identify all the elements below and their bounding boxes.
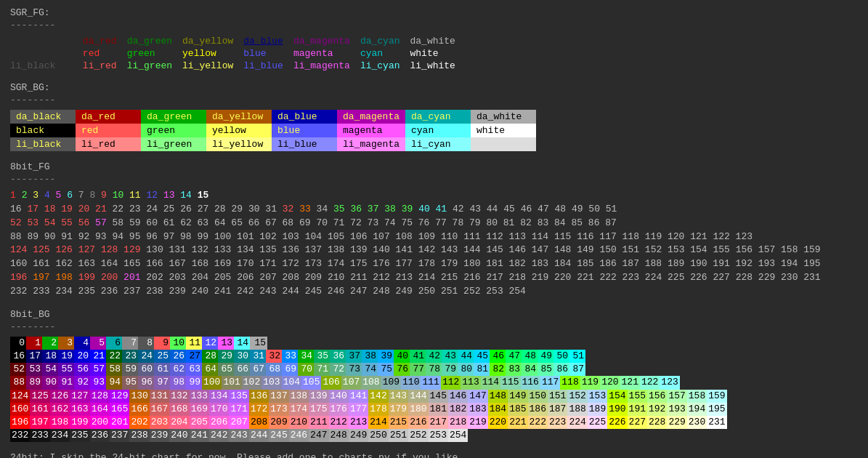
bg-cell-123: 123 <box>660 376 679 389</box>
bg-cell-104: 104 <box>282 376 301 389</box>
bg-cell-195: 195 <box>707 403 726 416</box>
bg-cell-14: 14 <box>234 337 250 350</box>
bg-cell-203: 203 <box>150 416 169 429</box>
bg-cell-236: 236 <box>90 429 110 442</box>
da-magenta-label: da_magenta <box>293 35 360 47</box>
bg-cell-218: 218 <box>448 416 468 429</box>
bg-red-r2: red <box>76 124 141 137</box>
bg-cell-164: 164 <box>90 403 110 416</box>
bg-cell-114: 114 <box>481 376 500 389</box>
eightbit-fg-title: 8bit_FG <box>10 161 858 172</box>
bg-cell-214: 214 <box>368 416 388 429</box>
da-red-label: da_red <box>83 35 127 47</box>
fg-num-51: 51 <box>606 204 617 214</box>
bg-cell-107: 107 <box>341 376 361 389</box>
fg-num-56: 56 <box>78 217 90 228</box>
fg-num-29: 29 <box>231 204 243 214</box>
bg-green-r2: green <box>141 124 206 137</box>
bg-row-0-15: 0 1 2 3 4 5 6 7 8 9 10 11 12 13 14 15 <box>10 337 858 350</box>
bg-black-r2: black <box>10 124 76 137</box>
fg-num-196: 196 <box>10 272 27 283</box>
bg-cell-157: 157 <box>667 390 686 403</box>
fg-num-55: 55 <box>61 217 73 228</box>
bg-cell-5: 5 <box>90 337 106 350</box>
fg-num-12: 12 <box>146 190 158 201</box>
bg-da-magenta-r1: da_magenta <box>337 110 405 124</box>
bg-cell-35: 35 <box>314 350 330 363</box>
bg-cell-168: 168 <box>169 403 189 416</box>
bg-cell-128: 128 <box>90 390 110 403</box>
bg-row-232-255: 232 233 234 235 236 237 238 239 240 241 … <box>10 429 858 442</box>
bg-cell-207: 207 <box>229 416 248 429</box>
fg-num-18: 18 <box>44 204 56 214</box>
bg-cell-147: 147 <box>468 390 487 403</box>
bg-cell-244: 244 <box>249 429 269 442</box>
bg-cell-143: 143 <box>389 390 408 403</box>
fg-num-23: 23 <box>129 204 141 214</box>
bg-cell-119: 119 <box>580 376 600 389</box>
bg-cell-50: 50 <box>553 350 569 363</box>
bg-cell-213: 213 <box>349 416 368 429</box>
bg-li-magenta-r3: li_magenta <box>337 137 405 151</box>
bg-cell-220: 220 <box>488 416 508 429</box>
bg-cell-242: 242 <box>209 429 229 442</box>
fg-num-21: 21 <box>95 204 107 214</box>
bg-cell-197: 197 <box>30 416 49 429</box>
bg-cell-221: 221 <box>508 416 527 429</box>
bg-cell-229: 229 <box>667 416 686 429</box>
bg-cell-180: 180 <box>408 403 428 416</box>
bg-cell-137: 137 <box>269 390 288 403</box>
bg-cell-251: 251 <box>389 429 408 442</box>
fg-num-38: 38 <box>384 204 396 214</box>
fg-num-34: 34 <box>317 204 328 214</box>
li-green-label: li_green <box>127 60 182 72</box>
bg-magenta-r2: magenta <box>337 124 405 137</box>
bg-cyan-r2: cyan <box>405 124 471 137</box>
fg-num-32: 32 <box>283 204 294 214</box>
bg-cell-181: 181 <box>429 403 448 416</box>
bg-cell-224: 224 <box>567 416 587 429</box>
fg-num-36: 36 <box>350 204 362 214</box>
bg-cell-91: 91 <box>58 376 74 389</box>
fg-num-125: 125 <box>33 244 49 255</box>
bg-cell-245: 245 <box>269 429 288 442</box>
white-label: white <box>410 47 466 60</box>
bg-cell-212: 212 <box>329 416 349 429</box>
bg-cell-47: 47 <box>506 350 522 363</box>
bg-cell-210: 210 <box>289 416 309 429</box>
note-text: 24bit: I skip the 24-bit chart for now. … <box>10 452 858 458</box>
bg-li-red-r3: li_red <box>76 137 141 151</box>
bg-cell-76: 76 <box>394 363 410 376</box>
bg-cell-102: 102 <box>242 376 261 389</box>
fg-num-10: 10 <box>113 190 124 201</box>
sgr-fg-empty1 <box>10 35 83 47</box>
sgr-fg-row3: li_black li_red li_green li_yellow li_bl… <box>10 60 466 72</box>
eightbit-bg-divider: -------- <box>10 321 858 332</box>
bg-cell-86: 86 <box>553 363 569 376</box>
fg-num-43: 43 <box>469 204 481 214</box>
bg-cell-139: 139 <box>309 390 328 403</box>
bg-cell-200: 200 <box>90 416 110 429</box>
bg-cell-122: 122 <box>640 376 660 389</box>
bg-cell-58: 58 <box>106 363 122 376</box>
bg-cell-186: 186 <box>528 403 548 416</box>
fg-num-201: 201 <box>123 272 140 283</box>
bg-cell-92: 92 <box>74 376 90 389</box>
bg-cell-154: 154 <box>607 390 627 403</box>
bg-cell-205: 205 <box>190 416 209 429</box>
fg-num-16: 16 <box>10 204 22 214</box>
fg-num-27: 27 <box>198 204 209 214</box>
fg-num-198: 198 <box>55 272 72 283</box>
sgr-fg-row1: da_red da_green da_yellow da_blue da_mag… <box>10 35 466 47</box>
da-yellow-label: da_yellow <box>182 35 243 47</box>
red-label: red <box>83 47 127 60</box>
da-white-label: da_white <box>410 35 466 47</box>
bg-cell-79: 79 <box>442 363 458 376</box>
bg-cell-48: 48 <box>522 350 538 363</box>
bg-cell-167: 167 <box>150 403 169 416</box>
bg-cell-177: 177 <box>349 403 368 416</box>
fg-num-232-254: 232 233 234 235 236 237 238 239 240 241 … <box>10 286 526 297</box>
bg-cell-44: 44 <box>458 350 474 363</box>
bg-cell-13: 13 <box>218 337 234 350</box>
bg-cell-34: 34 <box>298 350 314 363</box>
